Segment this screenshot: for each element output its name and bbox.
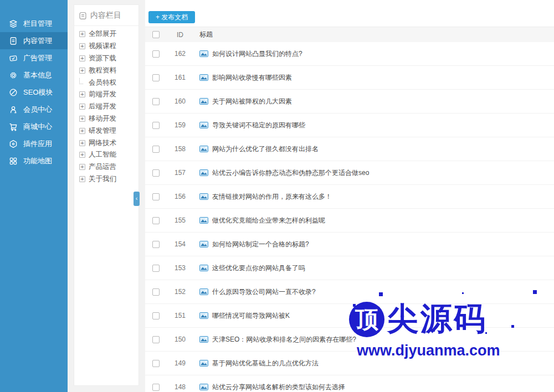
sidebar-item[interactable]: SEO模块: [0, 84, 68, 101]
category-tree: 全部展开 视频课程 资源下载 教程资料 会员特权 前端开发 后端开发 移动开发 …: [74, 26, 138, 185]
tree-item[interactable]: 产品运营: [79, 161, 138, 173]
table-row: 149 基于网站优化基础上的几点优化方法: [145, 352, 554, 375]
row-title-link[interactable]: 关于网站被降权的几大因素: [212, 97, 292, 106]
row-id: 152: [167, 288, 193, 296]
row-title-link[interactable]: 什么原因导致公司网站一直不收录?: [212, 287, 316, 297]
sidebar-item[interactable]: 栏目管理: [0, 15, 68, 32]
tree-item[interactable]: 研发管理: [79, 125, 138, 137]
row-title-link[interactable]: 站优云分享网站域名解析的类型该如何去选择: [212, 383, 345, 392]
tree-item[interactable]: 网络技术: [79, 137, 138, 149]
expand-icon[interactable]: [79, 31, 85, 37]
row-title-link[interactable]: 友情链接对网站的作用，原来有这么多！: [212, 192, 332, 202]
sidebar-item[interactable]: 内容管理: [0, 32, 68, 49]
row-checkbox[interactable]: [152, 288, 160, 296]
sidebar-item[interactable]: 会员中心: [0, 101, 68, 118]
expand-icon[interactable]: [79, 91, 85, 97]
row-title-link[interactable]: 导致关键词不稳定的原因有哪些: [212, 121, 305, 130]
expand-icon[interactable]: [79, 55, 85, 61]
tree-item-label: 前端开发: [89, 90, 116, 99]
sidebar-item[interactable]: 商城中心: [0, 118, 68, 135]
tree-item-label: 全部展开: [89, 29, 116, 39]
image-icon: [199, 193, 208, 200]
row-checkbox[interactable]: [152, 336, 160, 343]
main-sidebar: 栏目管理 内容管理 广告管理 基本信息 SEO模块 会员中心 商城中心 插件应用…: [0, 0, 68, 392]
row-checkbox[interactable]: [152, 265, 160, 272]
tree-item-label: 关于我们: [89, 174, 116, 184]
gear-icon: [9, 71, 18, 80]
tree-item[interactable]: 前端开发: [79, 89, 138, 101]
image-icon: [199, 169, 208, 176]
sidebar-item-label: 栏目管理: [23, 19, 52, 29]
row-checkbox[interactable]: [152, 169, 160, 177]
publish-document-button[interactable]: + 发布文档: [148, 11, 195, 23]
row-id: 161: [167, 74, 193, 81]
sidebar-item[interactable]: 功能地图: [0, 152, 68, 169]
tree-item-label: 教程资料: [89, 66, 116, 75]
expand-icon[interactable]: [79, 128, 85, 134]
tree-item[interactable]: 人工智能: [79, 149, 138, 161]
tree-item-label: 视频课程: [89, 42, 116, 51]
document-list-icon: [79, 12, 87, 20]
row-checkbox[interactable]: [152, 217, 160, 224]
sidebar-item-label: 插件应用: [23, 139, 52, 149]
row-id: 148: [167, 383, 193, 391]
panel-title: 内容栏目: [90, 11, 121, 20]
row-id: 160: [167, 97, 193, 105]
header-title: 标题: [193, 30, 554, 39]
row-checkbox[interactable]: [152, 193, 160, 200]
tree-item[interactable]: 会员特权: [79, 76, 138, 89]
sidebar-item[interactable]: 插件应用: [0, 135, 68, 152]
expand-icon[interactable]: [79, 176, 85, 182]
image-icon: [199, 288, 208, 295]
table-row: 153 这些优化要点你的网站具备了吗: [145, 256, 554, 280]
row-title-link[interactable]: 如何设计网站凸显我们的特点?: [212, 49, 302, 59]
expand-icon[interactable]: [79, 164, 85, 170]
layers-icon: [9, 19, 18, 28]
row-checkbox[interactable]: [152, 50, 160, 58]
panel-collapse-toggle[interactable]: ‹: [134, 192, 140, 206]
row-checkbox[interactable]: [152, 146, 160, 153]
row-checkbox[interactable]: [152, 360, 160, 367]
table-row: 161 影响网站收录慢有哪些因素: [145, 66, 554, 90]
table-row: 150 天津SEO：网站收录和排名之间的因素存在哪些?: [145, 328, 554, 352]
tree-item[interactable]: 视频课程: [79, 40, 138, 53]
tree-item[interactable]: 移动开发: [79, 113, 138, 125]
grid-icon: [9, 157, 18, 166]
row-title-link[interactable]: 哪些情况可能导致网站被K: [212, 311, 290, 321]
row-title-link[interactable]: 网站为什么优化了很久都没有出排名: [212, 145, 319, 154]
table-row: 151 哪些情况可能导致网站被K: [145, 304, 554, 328]
row-checkbox[interactable]: [152, 74, 160, 81]
expand-icon[interactable]: [79, 104, 85, 110]
expand-icon[interactable]: [79, 68, 85, 74]
select-all-checkbox[interactable]: [152, 31, 160, 38]
row-checkbox[interactable]: [152, 122, 160, 129]
tree-leaf-connector: [79, 78, 83, 84]
sidebar-item[interactable]: 广告管理: [0, 49, 68, 66]
table-row: 155 做优化究竟能给企业带来怎样的利益呢: [145, 209, 554, 233]
row-title-link[interactable]: 如何给网站制定一个合格的标题?: [212, 240, 309, 249]
expand-icon[interactable]: [79, 152, 85, 158]
expand-icon[interactable]: [79, 140, 85, 146]
row-checkbox[interactable]: [152, 241, 160, 248]
row-checkbox[interactable]: [152, 312, 160, 319]
row-title-link[interactable]: 影响网站收录慢有哪些因素: [212, 73, 292, 82]
tree-item[interactable]: 关于我们: [79, 173, 138, 185]
expand-icon[interactable]: [79, 116, 85, 122]
row-checkbox[interactable]: [152, 98, 160, 105]
expand-icon[interactable]: [79, 43, 85, 49]
image-icon: [199, 122, 208, 128]
row-checkbox[interactable]: [152, 384, 160, 391]
sidebar-item[interactable]: 基本信息: [0, 66, 68, 84]
tree-item[interactable]: 资源下载: [79, 53, 138, 65]
row-id: 158: [167, 145, 193, 153]
sidebar-item-label: 广告管理: [23, 53, 52, 63]
row-title-link[interactable]: 天津SEO：网站收录和排名之间的因素存在哪些?: [212, 335, 356, 344]
tree-item[interactable]: 教程资料: [79, 64, 138, 76]
row-title-link[interactable]: 站优云小编告诉你静态动态和伪静态那个更适合做seo: [212, 168, 369, 178]
tree-item[interactable]: 全部展开: [79, 28, 138, 40]
panel-header: 内容栏目: [74, 5, 138, 26]
row-title-link[interactable]: 做优化究竟能给企业带来怎样的利益呢: [212, 216, 325, 225]
row-title-link[interactable]: 这些优化要点你的网站具备了吗: [212, 264, 305, 273]
tree-item[interactable]: 后端开发: [79, 101, 138, 113]
row-title-link[interactable]: 基于网站优化基础上的几点优化方法: [212, 359, 319, 368]
